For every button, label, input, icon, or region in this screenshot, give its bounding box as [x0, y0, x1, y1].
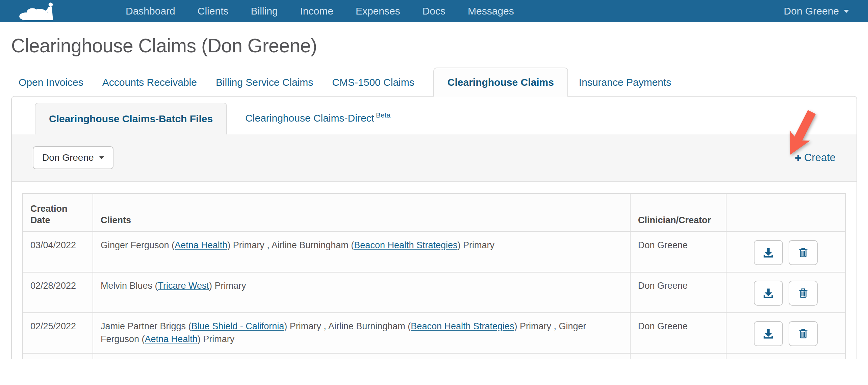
- download-icon: [763, 329, 774, 339]
- actions-cell: [726, 353, 845, 359]
- trash-icon: [798, 288, 809, 299]
- main-nav: DashboardClientsBillingIncomeExpensesDoc…: [126, 0, 514, 22]
- user-menu[interactable]: Don Greene: [784, 5, 849, 17]
- clinician-cell: Don Greene: [630, 232, 726, 272]
- nav-item-expenses[interactable]: Expenses: [356, 0, 400, 22]
- nav-item-docs[interactable]: Docs: [423, 0, 445, 22]
- tab-clearinghouse-claims[interactable]: Clearinghouse Claims: [433, 68, 568, 97]
- trash-icon: [798, 247, 809, 258]
- delete-button[interactable]: [789, 321, 818, 346]
- mountain-climbers-logo-icon: [18, 1, 63, 21]
- creation-date-cell: 03/04/2022: [23, 232, 93, 272]
- clients-cell: Melvin Blues (Tricare West) Primary: [93, 272, 630, 313]
- clinician-cell: Don Greene: [630, 313, 726, 353]
- tab-accounts-receivable[interactable]: Accounts Receivable: [102, 77, 197, 88]
- download-icon: [763, 288, 774, 299]
- creation-date-cell: 02/28/2022: [23, 272, 93, 313]
- clients-cell: [93, 353, 630, 359]
- header-clients: Clients: [93, 194, 630, 232]
- tab-insurance-payments[interactable]: Insurance Payments: [579, 77, 671, 88]
- payer-link-blue-shield-california[interactable]: Blue Shield - California: [192, 321, 284, 331]
- main-tabs: Open InvoicesAccounts ReceivableBilling …: [0, 68, 868, 97]
- actions-cell: [726, 272, 845, 313]
- tab-cms-1500-claims[interactable]: CMS-1500 Claims: [332, 77, 414, 88]
- actions-cell: [726, 313, 845, 353]
- table-row: 03/04/2022Ginger Ferguson (Aetna Health)…: [23, 232, 845, 272]
- header-clinician-creator: Clinician/Creator: [630, 194, 726, 232]
- header-creation-date: Creation Date: [23, 194, 93, 232]
- sub-tabs: Clearinghouse Claims-Batch FilesClearing…: [12, 97, 857, 134]
- payer-link-aetna-health[interactable]: Aetna Health: [175, 240, 227, 250]
- page-title: Clearinghouse Claims (Don Greene): [11, 34, 868, 57]
- payer-link-beacon-health-strategies[interactable]: Beacon Health Strategies: [354, 240, 457, 250]
- download-button[interactable]: [754, 240, 783, 265]
- nav-item-messages[interactable]: Messages: [468, 0, 514, 22]
- create-button-label: Create: [804, 152, 836, 164]
- header-actions: [726, 194, 845, 232]
- subtab-clearinghouse-claims-direct[interactable]: Clearinghouse Claims-DirectBeta: [245, 107, 390, 124]
- payer-link-aetna-health[interactable]: Aetna Health: [145, 334, 198, 344]
- tab-billing-service-claims[interactable]: Billing Service Claims: [216, 77, 313, 88]
- plus-icon: +: [795, 152, 801, 163]
- clients-cell: Ginger Ferguson (Aetna Health) Primary ,…: [93, 232, 630, 272]
- toolbar: Don Greene + Create: [12, 134, 857, 182]
- clinician-filter-dropdown[interactable]: Don Greene: [33, 146, 113, 169]
- creation-date-cell: [23, 353, 93, 359]
- subtab-clearinghouse-claims-batch-files[interactable]: Clearinghouse Claims-Batch Files: [35, 103, 227, 134]
- caret-down-icon: [99, 156, 104, 159]
- top-navbar: DashboardClientsBillingIncomeExpensesDoc…: [0, 0, 868, 22]
- nav-item-dashboard[interactable]: Dashboard: [126, 0, 175, 22]
- claims-table: Creation Date Clients Clinician/Creator …: [22, 193, 846, 359]
- trash-icon: [798, 328, 809, 339]
- payer-link-tricare-west[interactable]: Tricare West: [158, 281, 209, 291]
- clinician-cell: Don Greene: [630, 272, 726, 313]
- nav-item-income[interactable]: Income: [300, 0, 333, 22]
- delete-button[interactable]: [789, 281, 818, 306]
- clinician-filter-label: Don Greene: [42, 152, 94, 163]
- caret-down-icon: [844, 10, 849, 13]
- download-button[interactable]: [754, 321, 783, 346]
- nav-item-billing[interactable]: Billing: [251, 0, 278, 22]
- table-row: [23, 353, 845, 359]
- table-row: 02/25/2022Jamie Partner Briggs (Blue Shi…: [23, 313, 845, 353]
- clinician-cell: [630, 353, 726, 359]
- delete-button[interactable]: [789, 240, 818, 265]
- tab-open-invoices[interactable]: Open Invoices: [19, 77, 83, 88]
- download-button[interactable]: [754, 281, 783, 306]
- app-logo[interactable]: [18, 1, 63, 21]
- create-button[interactable]: + Create: [795, 152, 836, 164]
- table-row: 02/28/2022Melvin Blues (Tricare West) Pr…: [23, 272, 845, 313]
- table-header-row: Creation Date Clients Clinician/Creator: [23, 194, 845, 232]
- tab-panel: Clearinghouse Claims-Batch FilesClearing…: [11, 96, 857, 359]
- actions-cell: [726, 232, 845, 272]
- nav-item-clients[interactable]: Clients: [198, 0, 229, 22]
- user-menu-label: Don Greene: [784, 5, 839, 17]
- beta-badge: Beta: [376, 111, 390, 119]
- creation-date-cell: 02/25/2022: [23, 313, 93, 353]
- download-icon: [763, 248, 774, 258]
- clients-cell: Jamie Partner Briggs (Blue Shield - Cali…: [93, 313, 630, 353]
- payer-link-beacon-health-strategies[interactable]: Beacon Health Strategies: [411, 321, 514, 331]
